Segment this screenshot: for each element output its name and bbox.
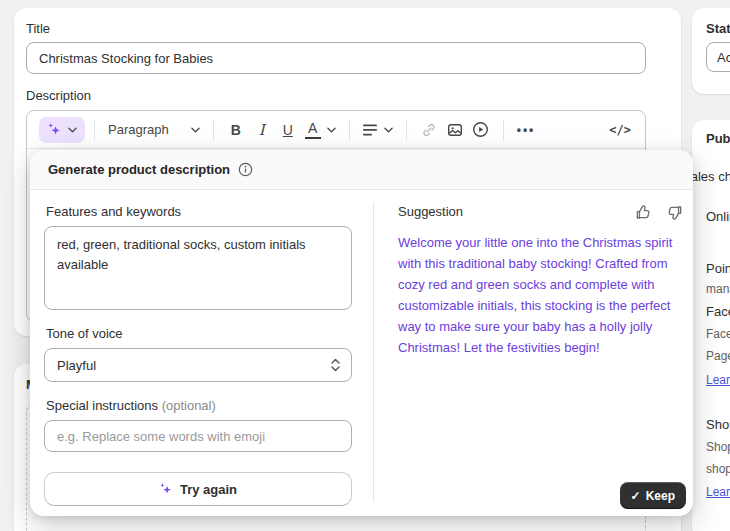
special-instructions-text: Special instructions xyxy=(46,398,158,413)
thumbs-up-button[interactable] xyxy=(633,202,654,223)
ai-magic-button[interactable] xyxy=(39,117,85,143)
special-instructions-label: Special instructions (optional) xyxy=(46,398,216,413)
try-again-button[interactable]: Try again xyxy=(44,472,352,506)
thumbs-down-button[interactable] xyxy=(664,202,685,223)
popup-column-divider xyxy=(373,202,374,502)
chevron-down-icon xyxy=(68,127,77,133)
italic-button[interactable]: I xyxy=(249,117,275,143)
thumbs-down-icon xyxy=(666,204,683,221)
text-align-button[interactable] xyxy=(359,117,397,143)
toolbar-divider xyxy=(503,120,504,140)
toolbar-divider xyxy=(349,120,350,140)
suggestion-text: Welcome your little one into the Christm… xyxy=(398,232,686,358)
publishing-title: Publishing xyxy=(706,131,730,146)
insert-image-button[interactable] xyxy=(442,117,468,143)
popup-title: Generate product description xyxy=(48,162,230,177)
bold-button[interactable]: B xyxy=(223,117,249,143)
product-edit-page: Title Description Paragraph xyxy=(0,0,730,531)
magic-sparkle-icon xyxy=(159,482,173,496)
text-color-button[interactable]: A xyxy=(301,117,340,143)
tone-label: Tone of voice xyxy=(46,326,123,341)
underline-button[interactable]: U xyxy=(275,117,301,143)
channel-point-of-sale: Point of Sale xyxy=(706,261,730,276)
insert-link-button[interactable] xyxy=(416,117,442,143)
channel-point-of-sale-desc: manage in person xyxy=(706,282,730,296)
optional-hint: (optional) xyxy=(162,398,216,413)
text-color-label: A xyxy=(305,121,321,139)
magic-sparkle-icon xyxy=(47,122,62,137)
paragraph-label: Paragraph xyxy=(108,122,169,137)
thumbs-up-icon xyxy=(635,204,652,221)
channel-facebook-desc-1: Facebook account xyxy=(706,327,730,341)
link-icon xyxy=(421,122,437,138)
video-play-icon xyxy=(472,121,489,138)
channel-facebook-desc-2: Page connection xyxy=(706,349,730,363)
chevron-down-icon xyxy=(327,127,336,133)
features-textarea[interactable]: red, green, traditional socks, custom in… xyxy=(44,226,352,310)
learn-more-link[interactable]: Learn more xyxy=(706,373,730,387)
generate-description-popup: Generate product description Features an… xyxy=(30,150,693,516)
channel-shop-desc-2: shop settings xyxy=(706,462,730,476)
info-icon[interactable] xyxy=(238,162,253,177)
feedback-buttons xyxy=(633,202,685,223)
status-select[interactable]: Active xyxy=(706,42,730,72)
editor-toolbar: Paragraph B I U A xyxy=(27,111,645,149)
features-label: Features and keywords xyxy=(46,204,181,219)
toolbar-divider xyxy=(94,120,95,140)
toolbar-divider xyxy=(406,120,407,140)
keep-button[interactable]: ✓ Keep xyxy=(620,482,686,509)
status-title: Status xyxy=(706,21,730,36)
suggestion-label: Suggestion xyxy=(398,204,463,219)
title-input[interactable] xyxy=(26,42,646,74)
channel-shop-desc-1: Shop channel xyxy=(706,440,730,454)
check-icon: ✓ xyxy=(631,489,641,503)
channel-shop: Shop xyxy=(706,417,730,432)
learn-more-link[interactable]: Learn more xyxy=(706,485,730,499)
select-stepper-icon xyxy=(330,357,341,373)
image-icon xyxy=(447,122,463,138)
paragraph-style-button[interactable]: Paragraph xyxy=(104,117,204,143)
insert-video-button[interactable] xyxy=(468,117,494,143)
status-value: Active xyxy=(717,50,730,65)
description-label: Description xyxy=(26,88,91,103)
html-code-button[interactable]: </> xyxy=(605,117,635,143)
align-left-icon xyxy=(363,124,378,136)
tone-value: Playful xyxy=(57,358,96,373)
title-label: Title xyxy=(26,21,50,36)
channel-facebook: Facebook & Instagram xyxy=(706,304,730,319)
chevron-down-icon xyxy=(191,127,200,133)
try-again-label: Try again xyxy=(180,482,237,497)
popup-header: Generate product description xyxy=(30,150,693,190)
more-tools-button[interactable]: ••• xyxy=(513,117,540,143)
chevron-down-icon xyxy=(384,127,393,133)
channel-online-store: Online Store xyxy=(706,209,730,224)
special-instructions-input[interactable] xyxy=(44,420,352,452)
keep-label: Keep xyxy=(646,489,675,503)
toolbar-divider xyxy=(213,120,214,140)
tone-select[interactable]: Playful xyxy=(44,348,352,382)
